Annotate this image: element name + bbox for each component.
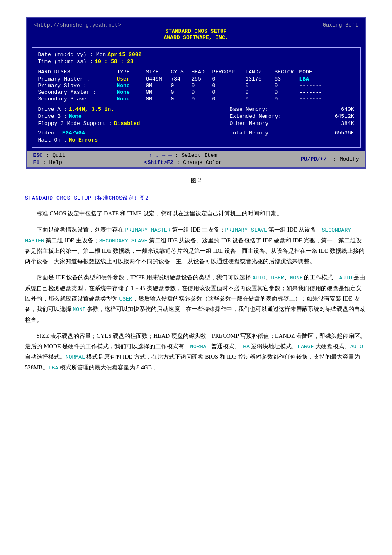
bios-disk-row: Primary Slave : None 0M 0 0 0 0 0 ------… — [38, 83, 354, 89]
shiftf2-key: <Shift>F2 — [144, 159, 173, 166]
bios-drive-a-label: Drive A : — [38, 106, 67, 112]
bios-disk-table: Primary Master : User 6449M 784 255 0 13… — [38, 76, 354, 102]
bios-other-value: 384K — [321, 120, 354, 127]
col-header-size: SIZE — [146, 69, 171, 75]
bios-extended-value: 64512K — [321, 113, 354, 120]
paragraphs-container: 标准 CMOS 设定中包括了 DATE 和 TIME 设定，您可以在这里设定自己… — [25, 208, 367, 373]
bios-disk-row: Secondary Slave : None 0M 0 0 0 0 0 ----… — [38, 96, 354, 102]
bios-drive-b-row: Drive B : None — [38, 113, 226, 120]
bios-floppy-label: Floppy 3 Mode Support : — [38, 120, 112, 127]
f1-label: : Help — [43, 159, 62, 166]
f1-key: F1 — [33, 159, 40, 166]
bios-video-row: Video : EGA/VGA — [38, 130, 226, 136]
bios-base-value: 640K — [321, 106, 354, 112]
bios-drive-b-value: None — [69, 113, 82, 120]
bios-extended-memory: Extended Memory: 64512K — [230, 113, 354, 120]
bios-url: <http://shunsheng.yeah.net> — [34, 22, 122, 28]
figure-caption: 图 2 — [25, 177, 367, 184]
bios-base-label: Base Memory: — [230, 106, 269, 112]
bios-video-label: Video : — [38, 130, 61, 136]
pupd-label: : Modify — [333, 156, 359, 162]
bios-extended-label: Extended Memory: — [230, 113, 282, 120]
bios-total-value: 65536K — [321, 130, 354, 136]
bios-disk-row: Primary Master : User 6449M 784 255 0 13… — [38, 76, 354, 82]
bios-bottom-section: Drive A : 1.44M, 3.5 in. Drive B : None … — [38, 106, 354, 144]
bios-halt-value: No Errors — [69, 137, 98, 143]
col-header-hd: HARD DISKS — [38, 69, 117, 75]
col-header-percomp: PERCOMP — [212, 69, 246, 75]
bios-disk-row: Secondary Master : None 0M 0 0 0 0 0 ---… — [38, 89, 354, 95]
bios-date-value: 15 2002 — [119, 51, 142, 58]
col-header-type: TYPE — [117, 69, 146, 75]
bios-drive-a-value: 1.44M, 3.5 in. — [69, 106, 114, 112]
col-header-cyls: CYLS — [171, 69, 192, 75]
body-paragraph-1: 标准 CMOS 设定中包括了 DATE 和 TIME 设定，您可以在这里设定自己… — [25, 208, 367, 219]
arrows-key: ↑ ↓ → ← — [149, 152, 172, 159]
bios-table-header: HARD DISKS TYPE SIZE CYLS HEAD PERCOMP L… — [38, 69, 354, 75]
bios-floppy-row: Floppy 3 Mode Support : Disabled — [38, 120, 226, 127]
bios-main-content: Date (mm:dd:yy) : Mon Apr 15 2002 Time (… — [32, 47, 361, 148]
bios-other-label: Other Memory: — [230, 120, 272, 127]
bios-video-value: EGA/VGA — [62, 130, 85, 136]
bios-drive-info: Drive A : 1.44M, 3.5 in. Drive B : None … — [38, 106, 230, 144]
bios-drive-a-row: Drive A : 1.44M, 3.5 in. — [38, 106, 226, 112]
bios-total-memory: Total Memory: 65536K — [230, 130, 354, 136]
esc-key: ESC — [33, 152, 43, 159]
col-header-head: HEAD — [192, 69, 212, 75]
bios-footer-esc: ESC : Quit — [33, 152, 66, 159]
bios-brand: Guxing Soft — [323, 22, 358, 28]
bios-footer-pupd: PU/PD/+/- : Modify — [301, 156, 359, 162]
bios-drive-b-label: Drive B : — [38, 113, 67, 120]
bios-floppy-value: Disabled — [114, 120, 140, 127]
col-header-sector: SECTOR — [275, 69, 299, 75]
bios-halt-label: Halt On : — [38, 137, 67, 143]
bios-screenshot: <http://shunsheng.yeah.net> Guxing Soft … — [26, 17, 366, 169]
bios-header: <http://shunsheng.yeah.net> Guxing Soft … — [27, 18, 365, 45]
bios-memory-info: Base Memory: 640K Extended Memory: 64512… — [230, 106, 354, 144]
bios-other-memory: Other Memory: 384K — [230, 120, 354, 127]
bios-date-row: Date (mm:dd:yy) : Mon Apr 15 2002 — [38, 51, 354, 58]
bios-halt-row: Halt On : No Errors — [38, 137, 226, 143]
bios-total-label: Total Memory: — [230, 130, 272, 136]
bios-title1: STANDARD CMOS SETUP — [34, 28, 358, 34]
col-header-mode: MODE — [299, 69, 324, 75]
bios-date-label: Date (mm:dd:yy) : Mon — [38, 51, 106, 58]
bios-base-memory: Base Memory: 640K — [230, 106, 354, 112]
arrows-label: : Select Item — [175, 152, 217, 159]
bios-footer-f1: F1 : Help — [33, 159, 66, 166]
bios-time-row: Time (hh:mm:ss) : 10 : 58 : 28 — [38, 59, 354, 65]
shiftf2-label: : Change Color — [177, 159, 222, 166]
pupd-key: PU/PD/+/- — [301, 156, 330, 162]
esc-label: : Quit — [46, 152, 66, 159]
bios-footer-arrows: ↑ ↓ → ← : Select Item — [149, 152, 217, 159]
body-paragraph-2: 下面是硬盘情况设置，列表中存在 PRIMARY MASTER 第一组 IDE 主… — [25, 225, 367, 266]
body-paragraph-4: SIZE 表示硬盘的容量；CYLS 硬盘的柱面数；HEAD 硬盘的磁头数；PRE… — [25, 331, 367, 373]
col-header-landz: LANDZ — [246, 69, 275, 75]
bios-footer-shiftf2: <Shift>F2 : Change Color — [144, 159, 222, 166]
bios-time-label: Time (hh:mm:ss) : — [38, 59, 93, 65]
bios-time-value: 10 : 58 : 28 — [95, 59, 134, 65]
bios-footer: ESC : Quit F1 : Help ↑ ↓ → ← : Select It… — [27, 151, 365, 167]
bios-title2: AWARD SOFTWARE, INC. — [34, 34, 358, 41]
bios-date-day: Apr — [107, 51, 117, 58]
body-paragraph-3: 后面是 IDE 设备的类型和硬件参数，TYPE 用来说明硬盘设备的类型，我们可以… — [25, 272, 367, 325]
section-title: STANDARD CMOS SETUP（标准CMOS设定）图2 — [25, 194, 367, 202]
